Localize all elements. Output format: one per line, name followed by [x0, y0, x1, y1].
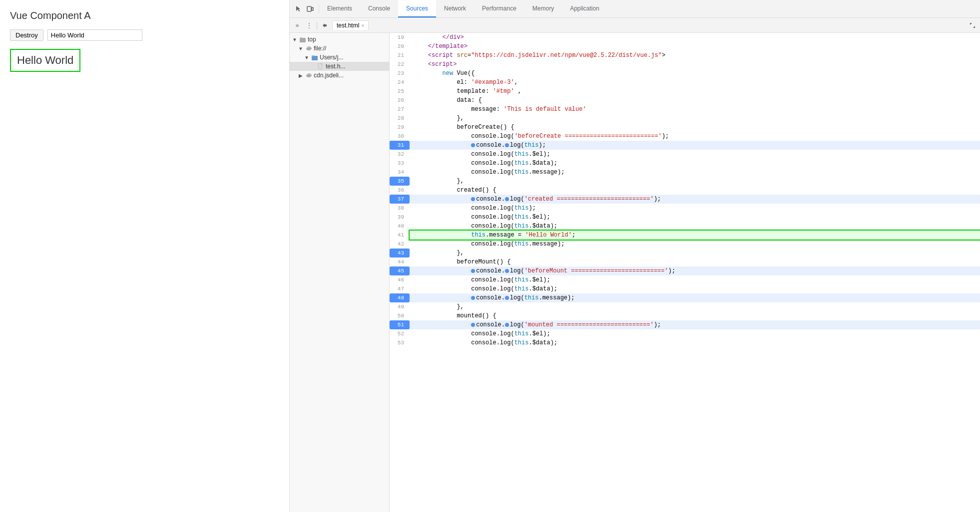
cloud-cdn-icon: [305, 72, 312, 79]
svg-rect-2: [300, 38, 306, 42]
line-num-41: 41: [390, 231, 410, 240]
code-line-23: 23 new Vue({: [390, 69, 980, 78]
line-content-27: message: 'This is default value': [410, 105, 980, 114]
app-controls: Destroy: [10, 29, 279, 41]
tree-item-top[interactable]: ▼ top: [290, 35, 389, 44]
folder-icon: [299, 36, 306, 43]
line-num-29: 29: [390, 123, 410, 132]
arrow-icon: ▶: [298, 72, 304, 78]
line-num-35: 35: [390, 177, 410, 186]
code-line-39: 39 console.log(this.$el);: [390, 213, 980, 222]
tab-memory[interactable]: Memory: [524, 0, 562, 17]
devtools-tabs: Elements Console Sources Network Perform…: [319, 0, 980, 17]
tree-label-cdn: cdn.jsdeli...: [314, 72, 344, 79]
devtools-panel: Elements Console Sources Network Perform…: [290, 0, 980, 512]
toolbar2-icons: » ⋮: [292, 20, 315, 31]
tab-application[interactable]: Application: [562, 0, 607, 17]
more-icon[interactable]: ⋮: [304, 20, 315, 31]
device-toggle-icon[interactable]: [306, 4, 315, 13]
code-line-33: 33 console.log(this.$data);: [390, 159, 980, 168]
svg-rect-0: [307, 6, 311, 11]
expand-icon[interactable]: [967, 20, 978, 31]
line-content-36: created() {: [410, 186, 980, 195]
devtools-content: ▼ top ▼ file:// ▼: [290, 33, 980, 512]
code-line-28: 28 },: [390, 114, 980, 123]
line-num-49: 49: [390, 302, 410, 311]
code-line-37: 37 console.log('created ================…: [390, 195, 980, 204]
code-line-42: 42 console.log(this.message);: [390, 240, 980, 249]
code-line-49: 49 },: [390, 302, 980, 311]
line-num-36: 36: [390, 186, 410, 195]
tree-label-file: file://: [314, 45, 326, 52]
tab-network[interactable]: Network: [436, 0, 474, 17]
destroy-button[interactable]: Destroy: [10, 29, 43, 41]
line-content-49: },: [410, 302, 980, 311]
code-line-41: 41 this.message = 'Hello World';: [390, 231, 980, 240]
code-line-22: 22 <script>: [390, 60, 980, 69]
line-content-26: data: {: [410, 96, 980, 105]
line-num-28: 28: [390, 114, 410, 123]
line-content-20: </template>: [410, 42, 980, 51]
code-line-36: 36 created() {: [390, 186, 980, 195]
line-content-21: <script src="https://cdn.jsdelivr.net/np…: [410, 51, 980, 60]
app-title: Vue Component A: [10, 10, 279, 21]
tab-performance[interactable]: Performance: [474, 0, 524, 17]
devtools-icon-group: [290, 4, 319, 13]
line-content-50: mounted() {: [410, 311, 980, 320]
inspect-element-icon[interactable]: [294, 4, 303, 13]
line-num-32: 32: [390, 150, 410, 159]
file-tab-close-icon[interactable]: ×: [361, 23, 364, 28]
line-content-40: console.log(this.$data);: [410, 222, 980, 231]
line-num-38: 38: [390, 204, 410, 213]
line-num-20: 20: [390, 42, 410, 51]
no-arrow: [310, 63, 316, 69]
code-editor[interactable]: 19 </div> 20 </template> 21 <script src=…: [390, 33, 980, 512]
vue-app-preview: Vue Component A Destroy Hello World: [0, 0, 290, 512]
tab-console[interactable]: Console: [360, 0, 398, 17]
tree-item-cdn[interactable]: ▶ cdn.jsdeli...: [290, 71, 389, 80]
devtools-topbar: Elements Console Sources Network Perform…: [290, 0, 980, 18]
code-lines: 19 </div> 20 </template> 21 <script src=…: [390, 33, 980, 347]
tree-item-testhtml[interactable]: test.h...: [290, 62, 389, 71]
line-content-42: console.log(this.message);: [410, 240, 980, 249]
code-line-21: 21 <script src="https://cdn.jsdelivr.net…: [390, 51, 980, 60]
line-content-38: console.log(this);: [410, 204, 980, 213]
code-line-20: 20 </template>: [390, 42, 980, 51]
file-tree: ▼ top ▼ file:// ▼: [290, 33, 390, 512]
line-num-37: 37: [390, 195, 410, 204]
line-num-34: 34: [390, 168, 410, 177]
hello-world-display: Hello World: [10, 49, 80, 72]
code-line-53: 53 console.log(this.$data);: [390, 338, 980, 347]
line-num-30: 30: [390, 132, 410, 141]
line-num-21: 21: [390, 51, 410, 60]
code-line-26: 26 data: {: [390, 96, 980, 105]
svg-rect-4: [312, 56, 318, 60]
chevron-right-icon[interactable]: »: [292, 20, 303, 31]
line-content-46: console.log(this.$el);: [410, 275, 980, 284]
tree-item-users[interactable]: ▼ Users/j...: [290, 53, 389, 62]
line-num-50: 50: [390, 311, 410, 320]
tree-item-file[interactable]: ▼ file://: [290, 44, 389, 53]
line-num-44: 44: [390, 257, 410, 266]
code-line-43: 43 },: [390, 249, 980, 257]
step-back-icon[interactable]: [319, 20, 330, 31]
cloud-icon: [305, 45, 312, 52]
tab-elements[interactable]: Elements: [319, 0, 360, 17]
line-num-31: 31: [390, 141, 410, 150]
line-num-46: 46: [390, 275, 410, 284]
code-line-19: 19 </div>: [390, 33, 980, 42]
code-line-40: 40 console.log(this.$data);: [390, 222, 980, 231]
line-num-51: 51: [390, 320, 410, 329]
line-content-25: template: '#tmp' ,: [410, 87, 980, 96]
file-tab-test-html[interactable]: test.html ×: [332, 20, 369, 30]
message-input[interactable]: [47, 29, 142, 41]
file-icon: [317, 63, 324, 70]
line-content-28: },: [410, 114, 980, 123]
tab-sources[interactable]: Sources: [398, 0, 436, 17]
line-num-33: 33: [390, 159, 410, 168]
folder-blue-icon: [311, 54, 318, 61]
line-content-32: console.log(this.$el);: [410, 150, 980, 159]
code-line-47: 47 console.log(this.$data);: [390, 284, 980, 293]
line-num-42: 42: [390, 240, 410, 249]
code-line-45: 45 console.log('beforeMount ============…: [390, 266, 980, 275]
